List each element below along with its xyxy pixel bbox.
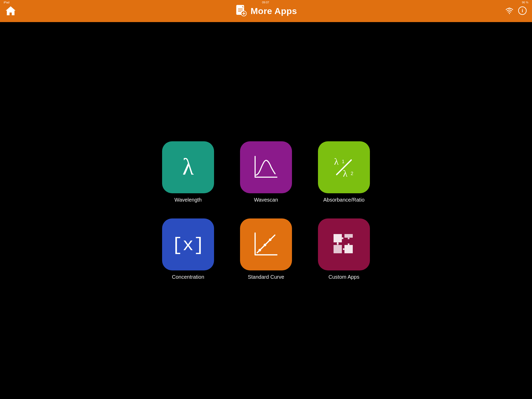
main-content: λ Wavelength Wavescan — [0, 22, 332, 249]
svg-point-25 — [269, 238, 271, 241]
app-icon-wavescan — [240, 141, 292, 193]
app-icon-custom-apps — [318, 218, 332, 250]
app-item-concentration[interactable]: [x] Concentration — [162, 218, 214, 250]
app-label-wavelength: Wavelength — [175, 197, 202, 203]
status-bar: iPad 09:07 96 % — [0, 0, 332, 5]
nav-title: More Apps — [251, 6, 297, 16]
svg-line-22 — [257, 235, 275, 250]
app-icon-wavelength: λ — [162, 141, 214, 193]
app-item-wavelength[interactable]: λ Wavelength — [162, 141, 214, 203]
app-icon-concentration: [x] — [162, 218, 214, 250]
app-item-absorbance[interactable]: λ 1 λ 2 Absorbance/Ratio — [318, 141, 332, 203]
home-button[interactable] — [5, 5, 16, 17]
app-item-wavescan[interactable]: Wavescan — [240, 141, 292, 203]
app-label-wavescan: Wavescan — [254, 197, 278, 203]
app-logo-icon — [235, 5, 247, 18]
svg-text:λ: λ — [182, 154, 194, 179]
app-item-custom-apps[interactable]: Custom Apps — [318, 218, 332, 250]
app-label-absorbance: Absorbance/Ratio — [323, 197, 333, 203]
apps-grid: λ Wavelength Wavescan — [162, 141, 332, 250]
app-icon-absorbance: λ 1 λ 2 — [318, 141, 332, 193]
device-label: iPad — [4, 1, 9, 4]
app-icon-standard-curve — [240, 218, 292, 250]
svg-text:[x]: [x] — [172, 235, 204, 250]
time-label: 09:07 — [262, 1, 269, 4]
app-item-standard-curve[interactable]: Standard Curve — [240, 218, 292, 250]
svg-point-24 — [264, 244, 266, 246]
